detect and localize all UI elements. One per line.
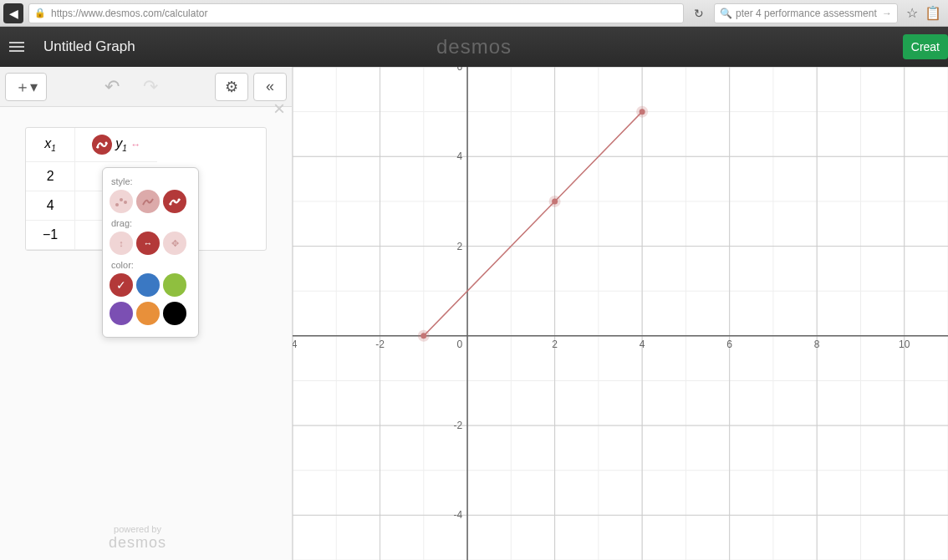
settings-button[interactable]: ⚙: [215, 73, 248, 101]
gear-icon: ⚙: [225, 78, 238, 96]
drag-indicator-icon: ↔: [130, 139, 140, 150]
browser-search[interactable]: 🔍 pter 4 performance assessment →: [714, 3, 898, 23]
svg-text:2: 2: [456, 241, 462, 252]
graph-title[interactable]: Untitled Graph: [43, 38, 135, 55]
cell-x-0[interactable]: 2: [26, 162, 75, 191]
create-account-button[interactable]: Creat: [903, 34, 948, 59]
reload-button[interactable]: ↻: [687, 3, 711, 23]
expression-toolbar: ＋▾ ↶ ↷ ⚙ «: [0, 67, 292, 107]
svg-text:0: 0: [456, 339, 462, 350]
color-black[interactable]: [163, 302, 186, 325]
style-points-line[interactable]: [163, 190, 186, 213]
svg-text:6: 6: [456, 67, 462, 73]
svg-point-0: [97, 146, 99, 149]
go-icon: →: [882, 8, 892, 19]
svg-text:8: 8: [814, 339, 820, 350]
delete-expression-button[interactable]: ×: [273, 97, 285, 120]
style-points-only[interactable]: [110, 190, 133, 213]
expression-panel: ＋▾ ↶ ↷ ⚙ « × x1: [0, 67, 293, 560]
add-expression-button[interactable]: ＋▾: [5, 73, 47, 101]
svg-point-5: [124, 201, 127, 204]
undo-button[interactable]: ↶: [95, 73, 129, 101]
svg-point-71: [640, 109, 645, 115]
graph-canvas[interactable]: -4-2246810-4-22460: [293, 67, 948, 560]
svg-point-69: [552, 198, 558, 204]
y-column-header[interactable]: y1 ↔: [75, 128, 157, 162]
desmos-logo: desmos: [436, 35, 512, 59]
check-icon: ✓: [116, 278, 126, 292]
svg-point-6: [170, 203, 172, 206]
redo-button[interactable]: ↷: [134, 73, 167, 101]
svg-text:10: 10: [899, 339, 910, 350]
color-purple[interactable]: [110, 302, 133, 325]
svg-text:-4: -4: [293, 339, 298, 350]
main-area: ＋▾ ↶ ↷ ⚙ « × x1: [0, 67, 948, 560]
svg-point-67: [420, 333, 426, 339]
color-red[interactable]: ✓: [110, 273, 133, 297]
svg-text:4: 4: [640, 339, 645, 350]
style-label: style:: [111, 176, 191, 186]
color-label: color:: [111, 260, 191, 270]
svg-point-8: [178, 199, 181, 201]
x-column-header[interactable]: x1: [26, 128, 75, 162]
svg-text:-2: -2: [453, 420, 462, 431]
url-bar[interactable]: 🔒 https://www.desmos.com/calculator: [28, 3, 684, 23]
cell-x-1[interactable]: 4: [26, 191, 75, 221]
search-text: pter 4 performance assessment: [736, 8, 877, 19]
style-line-only[interactable]: [136, 190, 160, 213]
drag-horizontal[interactable]: ↔: [136, 232, 160, 255]
star-icon[interactable]: ☆: [906, 5, 918, 21]
svg-text:2: 2: [552, 339, 558, 350]
powered-by-desmos: powered by desmos: [109, 524, 166, 552]
browser-toolbar: ◀ 🔒 https://www.desmos.com/calculator ↻ …: [0, 0, 948, 27]
lock-icon: 🔒: [34, 8, 46, 18]
style-popup: style: drag: ↕ ↔ ✥: [102, 167, 199, 338]
svg-text:6: 6: [726, 339, 732, 350]
app-header: Untitled Graph desmos Creat: [0, 27, 948, 67]
svg-text:4: 4: [456, 150, 462, 162]
svg-text:-2: -2: [375, 339, 385, 350]
series-style-button[interactable]: [92, 135, 112, 155]
drag-label: drag:: [111, 218, 191, 228]
expression-list: × x1 y1 ↔: [0, 107, 292, 254]
drag-both[interactable]: ✥: [163, 232, 186, 255]
cell-x-2[interactable]: −1: [26, 221, 75, 250]
color-blue[interactable]: [136, 273, 160, 297]
svg-point-2: [105, 142, 108, 145]
svg-point-7: [174, 201, 176, 203]
back-button[interactable]: ◀: [3, 3, 23, 23]
svg-point-3: [115, 203, 119, 206]
drag-vertical[interactable]: ↕: [110, 232, 133, 255]
svg-text:-4: -4: [453, 509, 462, 521]
svg-point-1: [101, 144, 104, 146]
color-orange[interactable]: [136, 302, 160, 325]
url-text: https://www.desmos.com/calculator: [51, 8, 207, 19]
svg-point-4: [120, 198, 123, 201]
menu-button[interactable]: [0, 27, 33, 67]
clipboard-icon[interactable]: 📋: [925, 5, 941, 21]
search-icon: 🔍: [720, 8, 732, 19]
color-green[interactable]: [163, 273, 186, 297]
